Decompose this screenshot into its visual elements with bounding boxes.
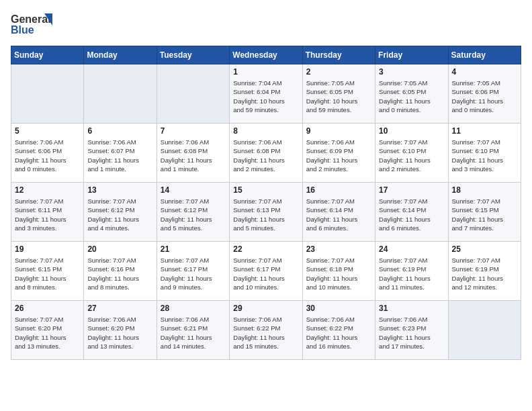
day-info: Sunrise: 7:05 AM Sunset: 6:05 PM Dayligh… [306,79,371,114]
calendar-cell [448,301,521,360]
day-info: Sunrise: 7:05 AM Sunset: 6:06 PM Dayligh… [452,79,517,114]
calendar-cell: 5Sunrise: 7:06 AM Sunset: 6:06 PM Daylig… [11,124,84,183]
day-number: 3 [379,67,444,77]
week-row-1: 1Sunrise: 7:04 AM Sunset: 6:04 PM Daylig… [11,64,521,124]
day-info: Sunrise: 7:07 AM Sunset: 6:18 PM Dayligh… [306,256,371,291]
calendar-cell: 3Sunrise: 7:05 AM Sunset: 6:05 PM Daylig… [375,64,448,124]
day-number: 1 [233,67,298,77]
day-number: 27 [87,304,152,313]
calendar-cell: 28Sunrise: 7:06 AM Sunset: 6:21 PM Dayli… [157,301,229,360]
calendar-cell: 18Sunrise: 7:07 AM Sunset: 6:15 PM Dayli… [448,183,521,242]
day-number: 7 [161,126,226,136]
day-number: 6 [87,126,152,136]
day-number: 9 [306,126,371,136]
calendar-table: SundayMondayTuesdayWednesdayThursdayFrid… [11,46,521,360]
weekday-header-row: SundayMondayTuesdayWednesdayThursdayFrid… [11,46,521,64]
weekday-header-tuesday: Tuesday [157,46,229,64]
day-number: 19 [15,244,80,254]
calendar-cell: 22Sunrise: 7:07 AM Sunset: 6:17 PM Dayli… [230,242,302,301]
week-row-5: 26Sunrise: 7:07 AM Sunset: 6:20 PM Dayli… [11,301,521,360]
day-info: Sunrise: 7:06 AM Sunset: 6:06 PM Dayligh… [15,138,80,173]
calendar-cell: 10Sunrise: 7:07 AM Sunset: 6:10 PM Dayli… [375,124,448,183]
day-info: Sunrise: 7:04 AM Sunset: 6:04 PM Dayligh… [233,79,298,114]
page-header: GeneralBlue [11,11,521,38]
day-number: 29 [233,304,298,313]
day-number: 14 [161,185,226,195]
day-number: 10 [379,126,444,136]
calendar-cell: 17Sunrise: 7:07 AM Sunset: 6:14 PM Dayli… [375,183,448,242]
calendar-cell: 25Sunrise: 7:07 AM Sunset: 6:19 PM Dayli… [448,242,521,301]
svg-text:Blue: Blue [11,24,34,36]
calendar-cell: 6Sunrise: 7:06 AM Sunset: 6:07 PM Daylig… [84,124,157,183]
calendar-cell: 11Sunrise: 7:07 AM Sunset: 6:10 PM Dayli… [448,124,521,183]
weekday-header-monday: Monday [84,46,157,64]
weekday-header-wednesday: Wednesday [230,46,302,64]
day-info: Sunrise: 7:07 AM Sunset: 6:15 PM Dayligh… [452,197,517,232]
day-info: Sunrise: 7:07 AM Sunset: 6:10 PM Dayligh… [379,138,444,173]
calendar-cell: 2Sunrise: 7:05 AM Sunset: 6:05 PM Daylig… [302,64,375,124]
day-number: 22 [233,244,298,254]
day-info: Sunrise: 7:05 AM Sunset: 6:05 PM Dayligh… [379,79,444,114]
calendar-cell [11,64,84,124]
day-number: 5 [15,126,80,136]
week-row-4: 19Sunrise: 7:07 AM Sunset: 6:15 PM Dayli… [11,242,521,301]
day-info: Sunrise: 7:06 AM Sunset: 6:22 PM Dayligh… [233,315,298,351]
calendar-cell: 23Sunrise: 7:07 AM Sunset: 6:18 PM Dayli… [302,242,375,301]
day-info: Sunrise: 7:07 AM Sunset: 6:13 PM Dayligh… [233,197,298,232]
day-number: 12 [15,185,80,195]
day-info: Sunrise: 7:07 AM Sunset: 6:15 PM Dayligh… [15,256,80,291]
day-number: 24 [379,244,444,254]
day-info: Sunrise: 7:07 AM Sunset: 6:11 PM Dayligh… [15,197,80,232]
calendar-cell: 27Sunrise: 7:06 AM Sunset: 6:20 PM Dayli… [84,301,157,360]
day-number: 20 [87,244,152,254]
calendar-cell: 16Sunrise: 7:07 AM Sunset: 6:14 PM Dayli… [302,183,375,242]
day-number: 2 [306,67,371,77]
day-info: Sunrise: 7:06 AM Sunset: 6:20 PM Dayligh… [87,315,152,351]
logo-svg: GeneralBlue [11,11,54,38]
day-number: 13 [87,185,152,195]
calendar-cell: 7Sunrise: 7:06 AM Sunset: 6:08 PM Daylig… [157,124,229,183]
day-number: 17 [379,185,444,195]
day-info: Sunrise: 7:06 AM Sunset: 6:22 PM Dayligh… [306,315,371,351]
day-info: Sunrise: 7:06 AM Sunset: 6:07 PM Dayligh… [87,138,152,173]
calendar-cell: 31Sunrise: 7:06 AM Sunset: 6:23 PM Dayli… [375,301,448,360]
day-number: 30 [306,304,371,313]
calendar-cell: 4Sunrise: 7:05 AM Sunset: 6:06 PM Daylig… [448,64,521,124]
calendar-cell: 30Sunrise: 7:06 AM Sunset: 6:22 PM Dayli… [302,301,375,360]
day-info: Sunrise: 7:07 AM Sunset: 6:16 PM Dayligh… [87,256,152,291]
day-info: Sunrise: 7:07 AM Sunset: 6:17 PM Dayligh… [161,256,226,291]
day-info: Sunrise: 7:07 AM Sunset: 6:19 PM Dayligh… [379,256,444,291]
calendar-cell [84,64,157,124]
day-number: 4 [452,67,517,77]
day-info: Sunrise: 7:07 AM Sunset: 6:14 PM Dayligh… [306,197,371,232]
calendar-cell: 21Sunrise: 7:07 AM Sunset: 6:17 PM Dayli… [157,242,229,301]
calendar-cell: 15Sunrise: 7:07 AM Sunset: 6:13 PM Dayli… [230,183,302,242]
week-row-3: 12Sunrise: 7:07 AM Sunset: 6:11 PM Dayli… [11,183,521,242]
calendar-cell: 1Sunrise: 7:04 AM Sunset: 6:04 PM Daylig… [230,64,302,124]
week-row-2: 5Sunrise: 7:06 AM Sunset: 6:06 PM Daylig… [11,124,521,183]
day-info: Sunrise: 7:06 AM Sunset: 6:08 PM Dayligh… [233,138,298,173]
day-info: Sunrise: 7:07 AM Sunset: 6:12 PM Dayligh… [161,197,226,232]
day-number: 15 [233,185,298,195]
weekday-header-saturday: Saturday [448,46,521,64]
calendar-cell: 8Sunrise: 7:06 AM Sunset: 6:08 PM Daylig… [230,124,302,183]
calendar-cell: 29Sunrise: 7:06 AM Sunset: 6:22 PM Dayli… [230,301,302,360]
svg-text:General: General [11,13,51,25]
day-info: Sunrise: 7:07 AM Sunset: 6:19 PM Dayligh… [452,256,517,291]
calendar-cell: 26Sunrise: 7:07 AM Sunset: 6:20 PM Dayli… [11,301,84,360]
day-info: Sunrise: 7:06 AM Sunset: 6:23 PM Dayligh… [379,315,444,351]
day-info: Sunrise: 7:06 AM Sunset: 6:21 PM Dayligh… [161,315,226,351]
day-number: 26 [15,304,80,313]
day-info: Sunrise: 7:07 AM Sunset: 6:20 PM Dayligh… [15,315,80,351]
day-number: 8 [233,126,298,136]
calendar-cell: 20Sunrise: 7:07 AM Sunset: 6:16 PM Dayli… [84,242,157,301]
day-info: Sunrise: 7:06 AM Sunset: 6:08 PM Dayligh… [161,138,226,173]
calendar-cell: 14Sunrise: 7:07 AM Sunset: 6:12 PM Dayli… [157,183,229,242]
day-info: Sunrise: 7:07 AM Sunset: 6:12 PM Dayligh… [87,197,152,232]
day-info: Sunrise: 7:07 AM Sunset: 6:10 PM Dayligh… [452,138,517,173]
weekday-header-friday: Friday [375,46,448,64]
day-info: Sunrise: 7:07 AM Sunset: 6:14 PM Dayligh… [379,197,444,232]
day-number: 18 [452,185,517,195]
weekday-header-thursday: Thursday [302,46,375,64]
day-number: 11 [452,126,517,136]
